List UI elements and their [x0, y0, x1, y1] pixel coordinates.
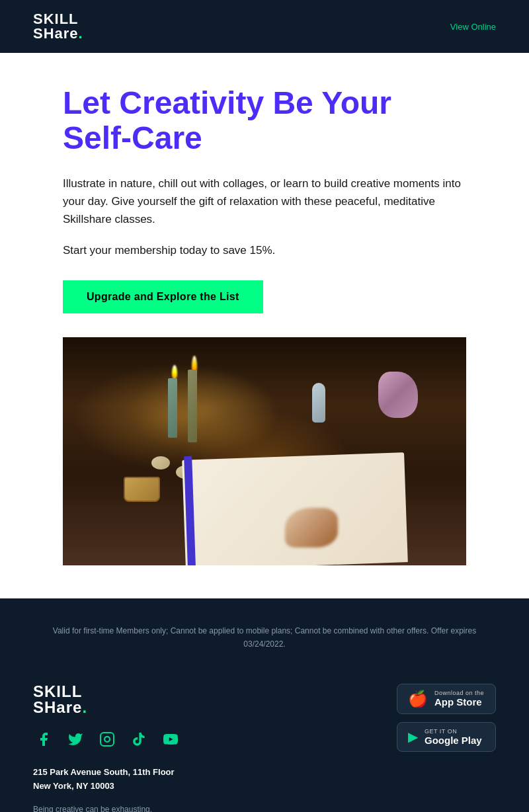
cta-button[interactable]: Upgrade and Explore the List [63, 280, 263, 313]
logo-dot: . [79, 25, 83, 42]
footer-bottom: SKILL SHare. [33, 684, 496, 812]
footer-logo: SKILL SHare. [33, 684, 181, 715]
app-buttons: 🍎 Download on the App Store ▶ GET IT ON … [397, 684, 496, 752]
hero-image [63, 337, 466, 565]
instagram-icon[interactable] [97, 729, 118, 750]
footer-note: Being creative can be exhausting. So if … [33, 803, 181, 812]
footer-left: SKILL SHare. [33, 684, 181, 812]
main-content: Let Creativity Be Your Self-Care Illustr… [0, 53, 529, 598]
footer-logo-dot: . [82, 698, 87, 716]
google-play-large-label: Google Play [425, 735, 482, 746]
body-paragraph: Illustrate in nature, chill out with col… [63, 175, 466, 229]
google-play-text: GET IT ON Google Play [425, 728, 482, 746]
save-text: Start your membership today to save 15%. [63, 241, 466, 259]
facebook-icon[interactable] [33, 729, 54, 750]
headline: Let Creativity Be Your Self-Care [63, 86, 466, 156]
google-play-small-label: GET IT ON [425, 728, 482, 735]
disclaimer-text: Valid for first-time Members only; Canno… [33, 625, 496, 650]
logo-line2: SHare. [33, 26, 83, 41]
footer-logo-line1: SKILL [33, 684, 181, 700]
youtube-icon[interactable] [160, 729, 181, 750]
app-store-badge[interactable]: 🍎 Download on the App Store [397, 684, 496, 714]
svg-rect-0 [101, 733, 114, 746]
app-store-text: Download on the App Store [434, 690, 484, 708]
apple-icon: 🍎 [408, 690, 428, 708]
twitter-icon[interactable] [65, 729, 86, 750]
scene [63, 337, 466, 565]
view-online-link[interactable]: View Online [450, 22, 496, 32]
google-play-badge[interactable]: ▶ GET IT ON Google Play [397, 722, 496, 752]
app-store-small-label: Download on the [434, 690, 484, 696]
footer-logo-line2: SHare. [33, 700, 181, 715]
google-play-icon: ▶ [408, 729, 418, 745]
app-store-large-label: App Store [434, 696, 484, 708]
footer-address: 215 Park Avenue South, 11th Floor New Yo… [33, 766, 181, 793]
footer: Valid for first-time Members only; Canno… [0, 598, 529, 812]
logo-line1: SKILL [33, 12, 83, 26]
email-header: SKILL SHare. View Online [0, 0, 529, 53]
skillshare-logo: SKILL SHare. [33, 12, 83, 41]
social-icons-row [33, 729, 181, 750]
tiktok-icon[interactable] [128, 729, 149, 750]
